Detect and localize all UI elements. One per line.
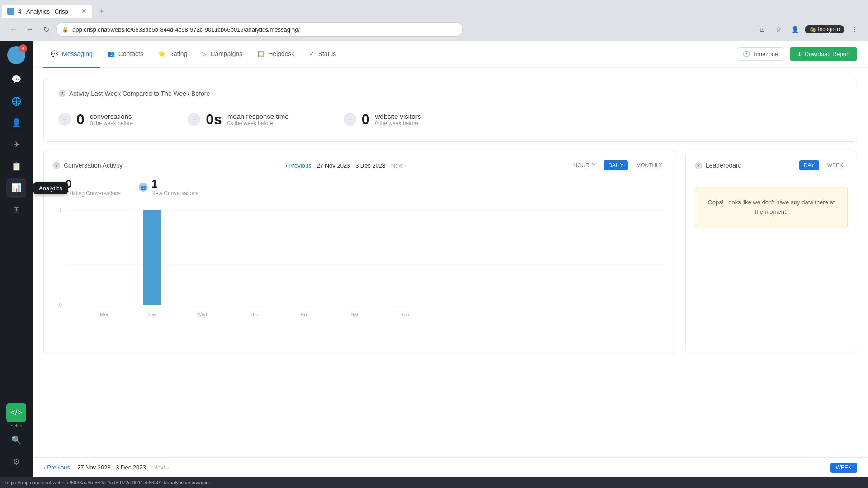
response-time-sublabel: 0s the week before <box>227 120 289 127</box>
active-tab[interactable]: 4 - Analytics | Crisp ✕ <box>2 5 92 18</box>
sidebar-item-notes[interactable]: 📋 <box>6 156 26 176</box>
rating-nav-label: Rating <box>169 50 187 57</box>
activity-help-icon[interactable]: ? <box>58 90 66 97</box>
setup-button[interactable]: </> <box>6 403 26 422</box>
bottom-date-range: 27 Nov 2023 - 3 Dec 2023 <box>77 464 146 471</box>
messaging-nav-label: Messaging <box>62 50 93 57</box>
contacts-icon: 👤 <box>11 118 21 128</box>
metric-separator-1 <box>160 108 160 131</box>
avatar[interactable]: 4 <box>7 46 25 64</box>
incognito-label: Incognito <box>818 26 840 33</box>
svg-text:Sat: Sat <box>351 312 359 317</box>
sidebar-item-plugins[interactable]: ⊞ <box>6 200 26 220</box>
leaderboard-title: ? Leaderboard <box>695 162 741 169</box>
chart-nav: ‹ Previous 27 Nov 2023 - 3 Dec 2023 Next… <box>286 162 406 169</box>
forward-button[interactable]: → <box>24 23 36 36</box>
visitors-decrement-button[interactable]: − <box>344 113 356 126</box>
sidebar-item-search[interactable]: 🔍 <box>6 430 26 450</box>
tab-helpdesk[interactable]: 📋 Helpdesk <box>250 41 302 68</box>
menu-button[interactable]: ⋮ <box>848 23 861 36</box>
leaderboard-panel: ? Leaderboard DAY WEEK Oops! Looks like … <box>685 151 857 354</box>
bottom-previous-button[interactable]: ‹ Previous <box>43 464 70 471</box>
response-time-label: mean response time <box>227 113 289 120</box>
new-tab-button[interactable]: + <box>94 5 184 18</box>
browser-chrome: 4 - Analytics | Crisp ✕ + ← → ↻ 🔒 app.cr… <box>0 0 868 41</box>
conversations-label: conversations <box>90 113 133 120</box>
leaderboard-day-button[interactable]: DAY <box>799 160 819 170</box>
sidebar-item-contacts[interactable]: 👤 <box>6 113 26 133</box>
chart-help-icon[interactable]: ? <box>53 162 60 169</box>
bottom-week-button[interactable]: WEEK <box>830 463 857 473</box>
sidebar-item-analytics[interactable]: 📊 Analytics <box>6 178 26 198</box>
view-monthly-button[interactable]: MONTHLY <box>632 160 667 170</box>
chart-next-button[interactable]: Next › <box>391 162 406 169</box>
svg-text:Tue: Tue <box>147 312 156 317</box>
address-bar[interactable]: 🔒 app.crisp.chat/website/6833ae5b-844d-4… <box>56 22 463 37</box>
bookmark-icon[interactable]: ☆ <box>772 23 785 36</box>
svg-text:0: 0 <box>59 302 62 308</box>
chart-title: ? Conversation Activity <box>53 162 123 169</box>
profile-icon[interactable]: 👤 <box>788 23 801 36</box>
sidebar-item-send[interactable]: ✈ <box>6 135 26 155</box>
setup-label: Setup <box>10 423 22 428</box>
status-bar: https://app.crisp.chat/website/6833ae5b-… <box>0 477 868 488</box>
leaderboard-week-button[interactable]: WEEK <box>823 160 848 170</box>
chart-stat-new: 👥 1 New Conversations <box>139 178 198 197</box>
url-text: app.crisp.chat/website/6833ae5b-844d-4c9… <box>72 26 300 33</box>
sidebar-item-chat[interactable]: 💬 <box>6 70 26 89</box>
svg-text:Mon: Mon <box>100 312 109 317</box>
notes-icon: 📋 <box>11 161 21 171</box>
tab-messaging[interactable]: 💬 Messaging <box>43 41 100 68</box>
conversations-value: 0 <box>76 111 85 128</box>
plugins-icon: ⊞ <box>13 205 20 215</box>
status-nav-icon: ✓ <box>309 50 315 57</box>
metric-separator-2 <box>316 108 316 131</box>
visitors-label: website visitors <box>375 113 421 120</box>
tab-campaigns[interactable]: ▷ Campaigns <box>194 41 250 68</box>
sidebar-item-settings[interactable]: ⚙ <box>6 452 26 472</box>
reload-button[interactable]: ↻ <box>40 23 52 36</box>
conversations-info: conversations 0 the week before <box>90 113 133 127</box>
analytics-bar-icon: 📊 <box>11 183 21 193</box>
top-nav: 💬 Messaging 👥 Contacts ⭐ Rating ▷ Campai… <box>33 41 868 68</box>
bottom-next-button[interactable]: Next › <box>153 464 169 471</box>
download-report-button[interactable]: ⬇ Download Report <box>790 47 857 61</box>
tab-status[interactable]: ✓ Status <box>302 41 344 68</box>
leaderboard-empty-message: Oops! Looks like we don't have any data … <box>695 187 848 228</box>
tab-rating[interactable]: ⭐ Rating <box>151 41 194 68</box>
status-url: https://app.crisp.chat/website/6833ae5b-… <box>5 480 213 485</box>
svg-text:Fri: Fri <box>301 312 307 317</box>
bar-chart-area: 1 0 Mon Tue Wed Thu Fri <box>53 206 667 323</box>
cast-icon[interactable]: ⊡ <box>756 23 769 36</box>
chart-previous-button[interactable]: ‹ Previous <box>286 162 311 169</box>
metric-conversations: − 0 conversations 0 the week before <box>58 111 133 128</box>
chart-date-range: 27 Nov 2023 - 3 Dec 2023 <box>317 162 386 169</box>
sidebar-item-globe[interactable]: 🌐 <box>6 91 26 111</box>
activity-metrics: − 0 conversations 0 the week before − 0s <box>58 108 842 131</box>
leaderboard-view-buttons: DAY WEEK <box>799 160 848 170</box>
sidebar-bottom: </> Setup 🔍 ⚙ <box>6 403 26 472</box>
new-stat-value: 1 <box>151 178 198 190</box>
activity-banner: ? Activity Last Week Compared to The Wee… <box>43 79 857 142</box>
chart-container: ? Conversation Activity ‹ Previous 27 No… <box>43 151 857 354</box>
timezone-button[interactable]: 🕐 Timezone <box>737 47 784 61</box>
svg-text:1: 1 <box>59 207 62 213</box>
analytics-tooltip: Analytics <box>33 182 68 194</box>
browser-toolbar: ← → ↻ 🔒 app.crisp.chat/website/6833ae5b-… <box>0 18 868 41</box>
existing-stat-label: Existing Conversations <box>66 190 121 197</box>
view-daily-button[interactable]: DAILY <box>604 160 628 170</box>
rating-nav-icon: ⭐ <box>158 50 165 57</box>
svg-rect-6 <box>143 210 161 305</box>
back-button[interactable]: ← <box>7 23 20 36</box>
sidebar: 4 💬 🌐 👤 ✈ 📋 📊 Analytics ⊞ <box>0 41 33 477</box>
response-time-decrement-button[interactable]: − <box>188 113 200 126</box>
gear-icon: ⚙ <box>13 457 20 467</box>
leaderboard-help-icon[interactable]: ? <box>695 162 702 169</box>
tab-contacts[interactable]: 👥 Contacts <box>100 41 151 68</box>
tab-close-button[interactable]: ✕ <box>81 8 87 15</box>
campaigns-nav-label: Campaigns <box>210 50 242 57</box>
chat-icon: 💬 <box>11 75 21 84</box>
view-hourly-button[interactable]: HOURLY <box>569 160 600 170</box>
conversations-decrement-button[interactable]: − <box>58 113 71 126</box>
globe-icon: 🌐 <box>11 96 21 106</box>
